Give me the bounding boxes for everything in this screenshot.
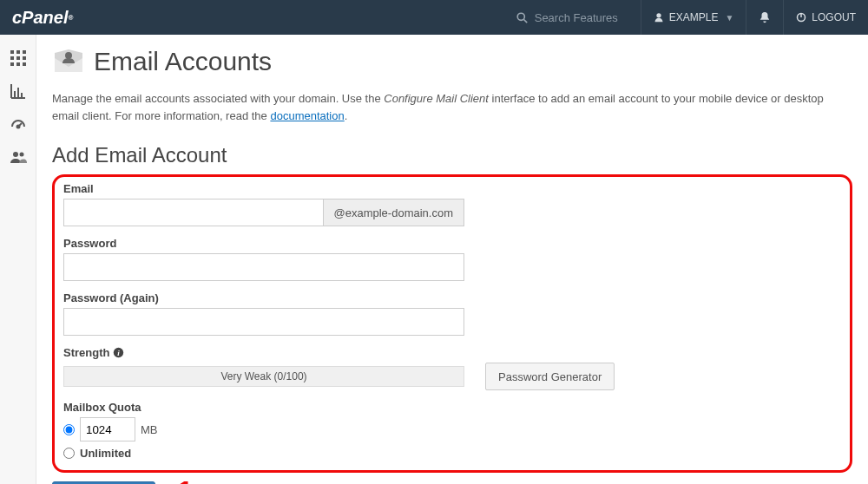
topbar: cPanel® EXAMPLE ▼ LOGOUT <box>0 0 868 35</box>
quota-unlimited-label: Unlimited <box>80 447 131 460</box>
password-label: Password <box>63 237 841 250</box>
users-icon <box>10 150 27 164</box>
strength-label: Strength i <box>63 346 841 359</box>
svg-rect-5 <box>10 50 14 54</box>
info-icon: i <box>113 347 124 358</box>
section-title: Add Email Account <box>52 143 852 167</box>
bell-icon <box>759 11 771 23</box>
sidebar-item-home[interactable] <box>0 42 36 75</box>
logout-button[interactable]: LOGOUT <box>783 0 868 35</box>
sidebar-item-stats[interactable] <box>0 75 36 108</box>
email-label: Email <box>63 182 841 195</box>
svg-rect-11 <box>10 62 14 66</box>
quota-input[interactable] <box>80 417 135 441</box>
svg-rect-6 <box>16 50 20 54</box>
svg-point-22 <box>19 153 23 157</box>
intro-text: Manage the email accounts associated wit… <box>52 90 852 124</box>
quota-radio-unlimited[interactable] <box>63 448 75 459</box>
search-icon <box>516 12 528 23</box>
email-domain-addon: @example-domain.com <box>323 199 464 226</box>
barchart-icon <box>10 83 26 99</box>
quota-radio-value[interactable] <box>63 424 75 435</box>
svg-point-2 <box>656 13 661 17</box>
logout-label: LOGOUT <box>812 11 856 23</box>
email-input[interactable] <box>63 199 323 226</box>
documentation-link[interactable]: documentation <box>270 109 344 122</box>
sidebar-item-users[interactable] <box>0 141 36 173</box>
svg-line-1 <box>523 19 527 23</box>
svg-point-0 <box>517 13 524 20</box>
svg-rect-13 <box>23 62 26 66</box>
svg-rect-12 <box>16 62 20 66</box>
search-wrap[interactable] <box>516 11 630 24</box>
svg-rect-10 <box>23 56 26 60</box>
password-again-input[interactable] <box>63 308 464 336</box>
page-header: Email Accounts <box>52 45 852 78</box>
user-icon <box>654 12 664 23</box>
gauge-icon <box>10 116 26 132</box>
user-menu[interactable]: EXAMPLE ▼ <box>641 0 746 35</box>
svg-rect-9 <box>16 56 20 60</box>
content-area: Email Accounts Manage the email accounts… <box>36 35 868 484</box>
svg-point-23 <box>65 52 72 59</box>
logo: cPanel® <box>0 8 85 28</box>
search-input[interactable] <box>535 11 630 24</box>
password-generator-button[interactable]: Password Generator <box>485 363 615 390</box>
grid-icon <box>10 50 26 66</box>
sidebar-item-dashboard[interactable] <box>0 108 36 141</box>
svg-point-21 <box>13 152 18 157</box>
svg-rect-8 <box>10 56 14 60</box>
svg-line-20 <box>18 123 22 127</box>
user-label: EXAMPLE <box>669 11 719 23</box>
chevron-down-icon: ▼ <box>725 13 733 23</box>
notifications-button[interactable] <box>746 0 783 35</box>
svg-rect-7 <box>23 50 26 54</box>
sidebar <box>0 35 36 484</box>
quota-label: Mailbox Quota <box>63 401 841 414</box>
strength-bar: Very Weak (0/100) <box>63 366 464 387</box>
password-input[interactable] <box>63 253 464 281</box>
page-title: Email Accounts <box>94 47 272 76</box>
quota-unit: MB <box>141 423 158 436</box>
annotation-box: Email @example-domain.com Password Passw… <box>52 174 852 473</box>
password-again-label: Password (Again) <box>63 291 841 304</box>
logout-icon <box>796 12 806 23</box>
email-icon <box>52 45 85 78</box>
